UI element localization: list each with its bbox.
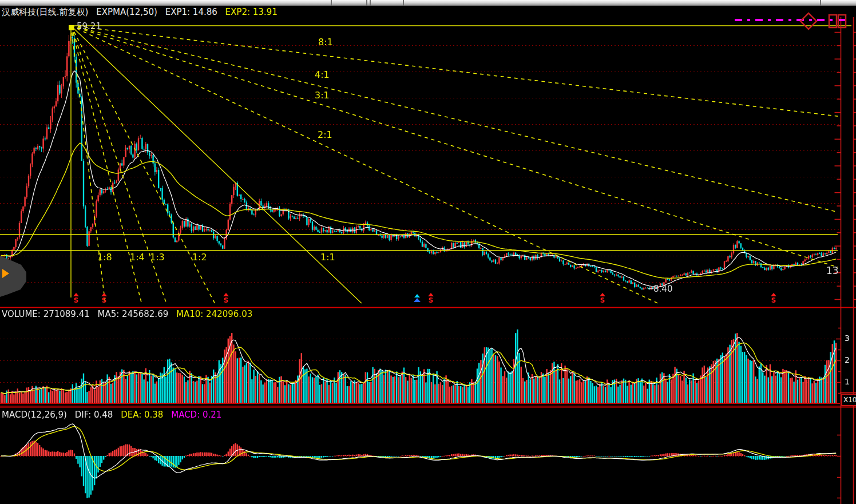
gann-ratio-label: 2:1 [318, 129, 332, 140]
price-label: 59.21 [77, 21, 101, 31]
sell-letter: S [426, 297, 435, 304]
gann-ratio-label: 4:1 [315, 69, 330, 80]
price-label: ─8.40 [648, 284, 672, 294]
macd-value: MACD: 0.21 [171, 410, 221, 420]
sell-signal-marker: S [598, 293, 607, 304]
sell-letter: S [72, 297, 81, 304]
macd-panel-header: MACD(12,26,9) DIF: 0.48 DEA: 0.38 MACD: … [2, 410, 227, 420]
volume-ma5-value: MA5: 245682.69 [98, 309, 169, 319]
stock-chart-canvas[interactable] [0, 0, 856, 504]
gann-ratio-label: 3:1 [315, 90, 330, 101]
gann-ratio-label: 1:3 [150, 252, 165, 263]
price-label: 13 [826, 265, 839, 276]
gann-ratio-label: 1:2 [192, 252, 207, 263]
macd-dif-value: DIF: 0.48 [75, 410, 113, 420]
gann-ratio-label: 8:1 [318, 37, 333, 47]
buy-signal-marker [413, 294, 422, 302]
sell-signal-marker: S [72, 293, 81, 304]
gann-ratio-label: 1:8 [97, 252, 112, 263]
sell-letter: S [769, 297, 778, 304]
volume-unit-multiplier: X10 [841, 394, 856, 406]
buy-arrow-icon [414, 294, 420, 297]
volume-panel-header: VOLUME: 271089.41 MA5: 245682.69 MA10: 2… [2, 309, 257, 319]
sell-signal-marker: S [769, 293, 778, 304]
gann-ratio-label: 1:1 [320, 252, 335, 263]
volume-value: VOLUME: 271089.41 [2, 309, 90, 319]
volume-axis-label: 2 [845, 355, 850, 364]
sell-letter: S [100, 297, 109, 304]
sell-signal-marker: S [426, 293, 435, 304]
volume-axis-label: 3 [845, 334, 850, 343]
macd-dea-value: DEA: 0.38 [121, 410, 163, 420]
expand-sidebar-arrow-icon[interactable] [2, 269, 9, 278]
buy-arrow-icon [414, 298, 421, 302]
sell-signal-marker: S [100, 293, 109, 304]
sell-letter: S [598, 297, 607, 304]
sell-signal-marker: S [221, 293, 231, 304]
volume-ma10-value: MA10: 242096.03 [176, 309, 252, 319]
macd-params[interactable]: MACD(12,26,9) [2, 410, 67, 420]
volume-axis-label: 1 [845, 377, 850, 386]
sell-letter: S [221, 297, 231, 304]
gann-ratio-label: 1:4 [130, 252, 145, 263]
